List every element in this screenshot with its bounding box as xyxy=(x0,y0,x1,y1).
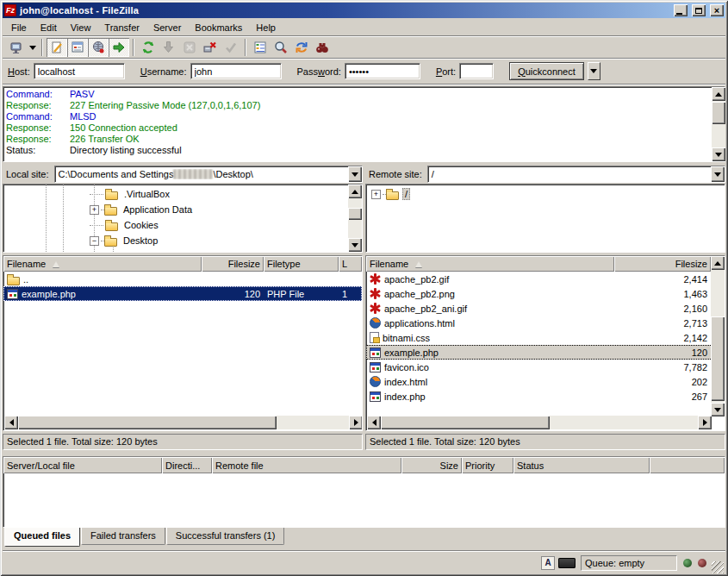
expand-icon[interactable]: + xyxy=(371,190,381,199)
scroll-thumb[interactable] xyxy=(348,208,362,220)
tree-item-virtualbox[interactable]: .VirtualBox xyxy=(3,186,362,202)
local-tree-scrollbar[interactable] xyxy=(348,185,362,252)
remote-vertical-scrollbar[interactable] xyxy=(711,256,725,416)
local-horizontal-scrollbar[interactable] xyxy=(4,416,363,429)
remote-site-combo[interactable]: / xyxy=(427,166,725,183)
port-label: Port: xyxy=(436,66,456,77)
scroll-left-button[interactable] xyxy=(4,416,18,429)
image-file-icon xyxy=(370,273,381,285)
file-row[interactable]: index.html 202 xyxy=(366,374,725,389)
disconnect-button[interactable] xyxy=(200,38,221,57)
site-manager-button[interactable] xyxy=(6,38,27,57)
file-row-parent-dir[interactable]: .. xyxy=(3,272,362,286)
column-header-filename[interactable]: Filename xyxy=(366,256,614,272)
file-row[interactable]: index.php 267 xyxy=(366,389,725,404)
scroll-thumb[interactable] xyxy=(712,102,725,124)
tab-successful-transfers[interactable]: Successful transfers (1) xyxy=(166,528,285,545)
toggle-queue-button[interactable] xyxy=(109,38,129,57)
local-site-combo[interactable]: C:\Documents and Settings\Desktop\ xyxy=(54,166,363,183)
column-header-filetype[interactable]: Filetype xyxy=(264,256,339,272)
scroll-thumb[interactable] xyxy=(381,416,550,429)
synchronized-browsing-button[interactable] xyxy=(291,38,312,57)
tree-item-desktop[interactable]: −Desktop xyxy=(3,233,362,248)
chevron-down-icon[interactable] xyxy=(348,166,362,182)
quickconnect-button[interactable]: Quickconnect xyxy=(509,62,584,80)
file-row[interactable]: apache_pb2.png 1,463 xyxy=(366,286,725,301)
scroll-down-button[interactable] xyxy=(348,238,362,252)
toggle-local-tree-button[interactable] xyxy=(67,38,88,57)
column-header-filesize[interactable]: Filesize xyxy=(614,256,711,272)
scroll-up-button[interactable] xyxy=(348,185,362,198)
cancel-button[interactable] xyxy=(179,38,200,57)
tree-item-application-data[interactable]: +Application Data xyxy=(3,202,362,217)
column-header-filename[interactable]: Filename xyxy=(3,256,202,272)
expand-icon[interactable]: + xyxy=(90,205,99,215)
resize-grip[interactable] xyxy=(712,561,724,573)
chevron-down-icon[interactable] xyxy=(711,166,725,182)
tab-queued-files[interactable]: Queued files xyxy=(4,528,80,547)
column-header-lastmodified[interactable]: L xyxy=(339,256,362,272)
menu-help[interactable]: Help xyxy=(249,21,283,34)
column-header-server-local-file[interactable]: Server/Local file xyxy=(3,457,162,473)
host-input[interactable] xyxy=(34,63,125,79)
remote-horizontal-scrollbar[interactable] xyxy=(367,416,712,429)
menu-server[interactable]: Server xyxy=(146,21,188,34)
scroll-thumb[interactable] xyxy=(18,416,277,429)
toggle-remote-tree-button[interactable] xyxy=(88,38,109,57)
log-line: Response:227 Entering Passive Mode (127,… xyxy=(6,100,725,111)
menu-file[interactable]: File xyxy=(4,21,34,34)
username-input[interactable] xyxy=(190,63,282,79)
scroll-up-button[interactable] xyxy=(711,256,725,270)
message-log: Command:PASV Response:227 Entering Passi… xyxy=(3,86,725,162)
log-line: Response:226 Transfer OK xyxy=(6,134,725,145)
scroll-right-button[interactable] xyxy=(698,416,712,429)
site-manager-dropdown-icon[interactable] xyxy=(27,38,38,57)
directory-compare-button[interactable] xyxy=(271,38,291,57)
process-queue-button[interactable] xyxy=(159,38,179,57)
column-header-status[interactable]: Status xyxy=(513,457,650,473)
menu-edit[interactable]: Edit xyxy=(34,21,64,34)
queue-status-field: Queue: empty xyxy=(581,555,677,571)
password-input[interactable] xyxy=(345,63,420,79)
column-header-direction[interactable]: Directi... xyxy=(162,457,212,473)
column-header-filesize[interactable]: Filesize xyxy=(202,256,264,272)
directory-filter-button[interactable] xyxy=(250,38,271,57)
port-input[interactable] xyxy=(459,63,494,79)
minimize-button[interactable] xyxy=(674,4,688,16)
remote-site-label: Remote site: xyxy=(365,169,424,179)
toggle-message-log-button[interactable] xyxy=(47,38,67,57)
tree-item-cookies[interactable]: Cookies xyxy=(3,217,362,233)
scroll-left-button[interactable] xyxy=(367,416,381,429)
menu-view[interactable]: View xyxy=(64,21,98,34)
file-row[interactable]: apache_pb2.gif 2,414 xyxy=(366,272,725,286)
menu-transfer[interactable]: Transfer xyxy=(97,21,146,34)
file-row-example-php[interactable]: example.php 120 PHP File 1 xyxy=(3,286,362,301)
collapse-icon[interactable]: − xyxy=(90,236,99,246)
refresh-button[interactable] xyxy=(138,38,159,57)
menu-bookmarks[interactable]: Bookmarks xyxy=(188,21,249,34)
local-site-row: Local site: C:\Documents and Settings\De… xyxy=(3,166,363,183)
tab-failed-transfers[interactable]: Failed transfers xyxy=(81,528,165,545)
column-header-priority[interactable]: Priority xyxy=(462,457,513,473)
reconnect-button[interactable] xyxy=(221,38,241,57)
log-scrollbar[interactable] xyxy=(712,87,725,161)
file-row[interactable]: favicon.ico 7,782 xyxy=(366,360,725,374)
column-header-remote-file[interactable]: Remote file xyxy=(212,457,401,473)
quickconnect-dropdown[interactable] xyxy=(588,62,600,80)
scroll-down-button[interactable] xyxy=(711,403,725,416)
find-files-button[interactable] xyxy=(312,38,333,57)
file-row[interactable]: bitnami.css 2,142 xyxy=(366,330,725,345)
scroll-up-button[interactable] xyxy=(712,87,725,101)
scroll-thumb[interactable] xyxy=(711,316,725,401)
scroll-right-button[interactable] xyxy=(349,416,363,429)
column-header-size[interactable]: Size xyxy=(401,457,462,473)
close-button[interactable]: × xyxy=(710,4,724,16)
scroll-down-button[interactable] xyxy=(712,147,725,161)
file-row[interactable]: apache_pb2_ani.gif 2,160 xyxy=(366,301,725,316)
folder-icon xyxy=(104,238,117,247)
file-row[interactable]: applications.html 2,713 xyxy=(366,316,725,330)
remote-list-header: Filename Filesize xyxy=(366,256,725,272)
tree-item-root[interactable]: +/ xyxy=(366,186,725,202)
maximize-button[interactable] xyxy=(692,4,706,16)
file-row-selected[interactable]: example.php 120 xyxy=(366,345,725,360)
